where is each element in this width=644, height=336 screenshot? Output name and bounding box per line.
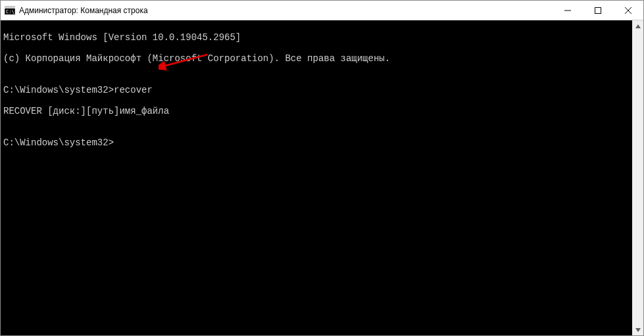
window-controls	[553, 1, 643, 20]
prompt: C:\Windows\system32>	[3, 137, 114, 148]
scroll-down-icon	[635, 328, 641, 332]
terminal-line: C:\Windows\system32>	[3, 137, 641, 148]
prompt: C:\Windows\system32>	[3, 85, 114, 95]
maximize-button[interactable]	[583, 1, 613, 20]
terminal-line: RECOVER [диск:][путь]имя_файла	[3, 106, 641, 116]
svg-rect-4	[595, 7, 601, 13]
close-icon	[625, 7, 632, 14]
cmd-icon: C:\	[5, 5, 15, 16]
terminal-line: (c) Корпорация Майкрософт (Microsoft Cor…	[3, 53, 641, 64]
command-text: recover	[114, 85, 153, 95]
scroll-up-icon	[635, 24, 641, 28]
terminal-line: C:\Windows\system32>recover	[3, 85, 641, 95]
terminal-output[interactable]: Microsoft Windows [Version 10.0.19045.29…	[1, 20, 643, 335]
maximize-icon	[595, 7, 601, 14]
terminal-line: Microsoft Windows [Version 10.0.19045.29…	[3, 32, 641, 43]
scrollbar-track[interactable]	[632, 32, 643, 324]
minimize-button[interactable]	[553, 1, 583, 20]
svg-rect-1	[5, 7, 15, 9]
scroll-down-button[interactable]	[632, 324, 643, 335]
vertical-scrollbar[interactable]	[632, 20, 643, 335]
close-button[interactable]	[613, 1, 643, 20]
command-prompt-window: C:\ Администратор: Командная строка Micr…	[0, 0, 644, 336]
minimize-icon	[564, 7, 571, 14]
scroll-up-button[interactable]	[632, 20, 643, 32]
window-title: Администратор: Командная строка	[19, 6, 148, 15]
title-bar[interactable]: C:\ Администратор: Командная строка	[1, 1, 643, 20]
svg-text:C:\: C:\	[6, 9, 14, 14]
